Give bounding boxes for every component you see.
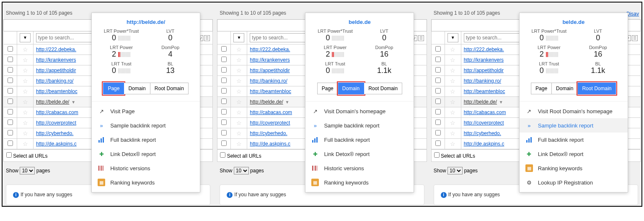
row-checkbox[interactable] [8, 67, 13, 73]
url-link[interactable]: http://coverprotect [250, 120, 290, 126]
url-link[interactable]: http://appetitholdir [464, 68, 504, 73]
url-link[interactable]: http://appetitholdir [250, 68, 290, 73]
star-icon[interactable]: ☆ [23, 67, 28, 74]
url-link[interactable]: http://beamtenbloc [464, 88, 505, 94]
menu-item[interactable]: ✚Link Detox® report [92, 147, 200, 161]
row-checkbox[interactable] [221, 78, 227, 83]
menu-item[interactable]: ⚙Lookup IP Registration [520, 175, 628, 190]
star-icon[interactable]: ☆ [450, 140, 455, 147]
url-link[interactable]: http://banking.ro/ [464, 78, 501, 84]
tab-page[interactable]: Page [531, 83, 552, 94]
star-icon[interactable]: ☆ [236, 120, 242, 126]
url-link[interactable]: http://banking.ro/ [36, 78, 73, 84]
row-checkbox[interactable] [221, 99, 227, 104]
url-link[interactable]: http://cabacas.com [250, 109, 292, 115]
star-icon[interactable]: ☆ [23, 99, 28, 105]
filter-icon[interactable]: ☰ [204, 35, 210, 41]
url-link[interactable]: http://de.askpins.c [250, 141, 290, 147]
url-link[interactable]: http://krankenvers [464, 57, 504, 63]
star-icon[interactable]: ☆ [450, 99, 455, 105]
star-icon[interactable]: ☆ [23, 140, 28, 147]
url-link[interactable]: http://beamtenbloc [250, 88, 291, 94]
url-link[interactable]: http://banking.ro/ [250, 78, 287, 84]
tab-page[interactable]: Page [317, 83, 338, 94]
url-link[interactable]: http://coverprotect [36, 120, 76, 126]
row-checkbox[interactable] [8, 140, 13, 146]
disavow-link[interactable]: Disav [626, 11, 639, 17]
filter-icon[interactable]: ☰ [418, 35, 424, 41]
filter-icon[interactable]: ☰ [632, 35, 638, 41]
tab-domain[interactable]: Domain [338, 83, 364, 94]
row-checkbox[interactable] [221, 88, 227, 94]
tab-root domain[interactable]: Root Domain [578, 83, 616, 94]
url-link[interactable]: http://cyberhedo. [36, 130, 73, 136]
row-checkbox[interactable] [221, 46, 227, 52]
star-icon[interactable]: ☆ [23, 109, 28, 116]
star-icon[interactable]: ☆ [236, 78, 242, 84]
row-checkbox[interactable] [8, 109, 13, 114]
url-link[interactable]: http://coverprotect [464, 120, 504, 126]
row-checkbox[interactable] [221, 140, 227, 146]
url-link[interactable]: http://222.debeka. [36, 47, 76, 52]
row-checkbox[interactable] [8, 120, 13, 125]
url-link[interactable]: http://cabacas.com [464, 109, 506, 115]
star-icon[interactable]: ☆ [23, 46, 28, 53]
menu-item[interactable]: »Sample backlink report [520, 118, 628, 133]
row-checkbox[interactable] [8, 130, 13, 135]
row-checkbox[interactable] [8, 78, 13, 83]
star-icon[interactable]: ☆ [236, 57, 242, 63]
url-link[interactable]: http://belde.de/ [250, 99, 283, 105]
filter-dropdown[interactable]: ▼ [233, 33, 244, 42]
row-checkbox[interactable] [435, 140, 441, 146]
row-checkbox[interactable] [435, 88, 441, 94]
star-icon[interactable]: ☆ [236, 46, 242, 53]
row-checkbox[interactable] [435, 46, 441, 52]
page-size-select[interactable]: 10 [20, 167, 35, 174]
tab-domain[interactable]: Domain [124, 83, 150, 94]
menu-item[interactable]: Historic versions [305, 161, 414, 175]
url-link[interactable]: http://de.askpins.c [464, 141, 504, 147]
select-all-checkbox[interactable] [6, 152, 12, 158]
url-link[interactable]: http://belde.de/ [464, 99, 497, 105]
row-checkbox[interactable] [221, 130, 227, 135]
row-checkbox[interactable] [435, 109, 441, 114]
star-icon[interactable]: ☆ [236, 67, 242, 74]
row-checkbox[interactable] [8, 57, 13, 62]
row-checkbox[interactable] [435, 120, 441, 125]
url-link[interactable]: http://beamtenbloc [36, 88, 78, 94]
row-checkbox[interactable] [435, 57, 441, 62]
star-icon[interactable]: ☆ [450, 120, 455, 126]
menu-item[interactable]: »Sample backlink report [305, 118, 414, 133]
star-icon[interactable]: ☆ [450, 78, 455, 84]
menu-item[interactable]: ▦Ranking keywords [305, 175, 414, 190]
filter-dropdown[interactable]: ▼ [20, 33, 31, 42]
url-link[interactable]: http://222.debeka. [464, 47, 504, 52]
page-size-select[interactable]: 10 [234, 167, 249, 174]
url-link[interactable]: http://cabacas.com [36, 109, 78, 115]
menu-item[interactable]: ↗Visit Root Domain's homepage [520, 104, 628, 118]
url-link[interactable]: http://cyberhedo. [250, 130, 287, 136]
popover-title[interactable]: http://belde.de/ [92, 13, 200, 27]
star-icon[interactable]: ☆ [236, 88, 242, 95]
menu-item[interactable]: Historic versions [92, 161, 200, 175]
row-checkbox[interactable] [8, 99, 13, 104]
url-link[interactable]: http://222.debeka. [250, 47, 290, 52]
row-checkbox[interactable] [435, 130, 441, 135]
url-link[interactable]: http://de.askpins.c [36, 141, 77, 147]
menu-item[interactable]: ↗Visit Domain's homepage [305, 104, 414, 118]
star-icon[interactable]: ☆ [450, 57, 455, 63]
star-icon[interactable]: ☆ [23, 78, 28, 84]
menu-item[interactable]: ✚Link Detox® report [520, 147, 628, 161]
row-checkbox[interactable] [435, 99, 441, 104]
popover-title[interactable]: belde.de [305, 13, 414, 27]
tab-domain[interactable]: Domain [552, 83, 578, 94]
menu-item[interactable]: ✚Link Detox® report [305, 147, 414, 161]
url-link[interactable]: http://krankenvers [250, 57, 290, 63]
page-size-select[interactable]: 10 [447, 167, 463, 174]
star-icon[interactable]: ☆ [23, 120, 28, 126]
star-icon[interactable]: ☆ [236, 99, 242, 105]
menu-item[interactable]: ▦Ranking keywords [92, 175, 200, 190]
row-checkbox[interactable] [8, 88, 13, 94]
star-icon[interactable]: ☆ [23, 88, 28, 95]
select-all-checkbox[interactable] [434, 152, 440, 158]
